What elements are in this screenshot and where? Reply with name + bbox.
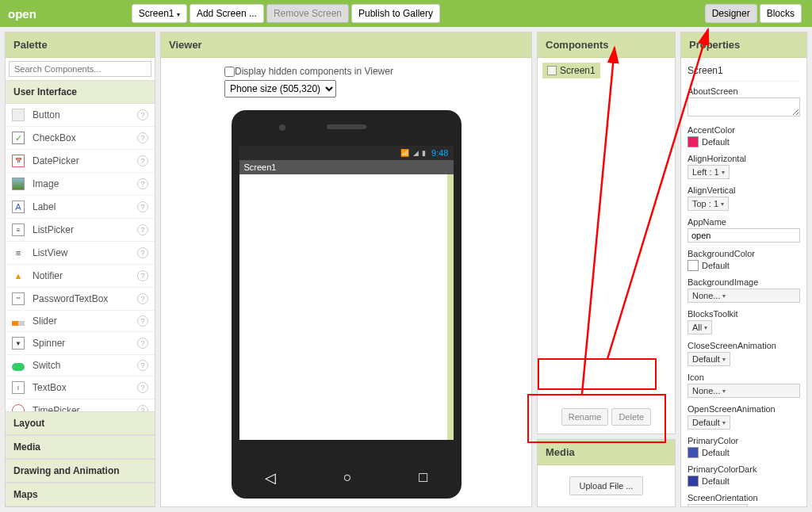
drawer-media[interactable]: Media xyxy=(6,435,155,459)
screenorientation-label: ScreenOrientation xyxy=(688,493,800,502)
designer-tab-button[interactable]: Designer xyxy=(705,4,757,23)
appname-label: AppName xyxy=(688,217,800,227)
palette-item-textbox[interactable]: ITextBox? xyxy=(6,376,155,399)
viewer-header: Viewer xyxy=(161,32,531,58)
properties-header: Properties xyxy=(681,32,806,58)
alignvertical-select[interactable]: Top : 1 xyxy=(688,197,729,211)
help-icon[interactable]: ? xyxy=(137,382,148,393)
help-icon[interactable]: ? xyxy=(137,109,148,120)
drawer-maps[interactable]: Maps xyxy=(6,483,155,506)
help-icon[interactable]: ? xyxy=(137,293,148,304)
add-screen-button[interactable]: Add Screen ... xyxy=(190,4,264,23)
palette-item-image[interactable]: Image? xyxy=(6,173,155,196)
component-screen1[interactable]: Screen1 xyxy=(542,63,600,78)
appname-input[interactable] xyxy=(688,228,800,243)
help-icon[interactable]: ? xyxy=(137,270,148,281)
palette-item-listview[interactable]: ≡ListView? xyxy=(6,242,155,265)
drawer-layout[interactable]: Layout xyxy=(6,411,155,435)
blockstoolkit-label: BlocksToolkit xyxy=(688,309,800,319)
palette-item-timepicker[interactable]: TimePicker? xyxy=(6,399,155,411)
backgroundcolor-label: BackgroundColor xyxy=(688,249,800,258)
alert-icon: ▲ xyxy=(12,269,25,282)
slider-icon xyxy=(12,321,25,326)
drawer-drawing[interactable]: Drawing and Animation xyxy=(6,459,155,483)
project-title: open xyxy=(8,7,36,21)
primarycolordark-picker[interactable]: Default xyxy=(688,476,800,487)
help-icon[interactable]: ? xyxy=(137,360,148,371)
help-icon[interactable]: ? xyxy=(137,405,148,411)
upload-file-button[interactable]: Upload File ... xyxy=(569,476,644,495)
components-header: Components xyxy=(538,32,675,58)
alignvertical-label: AlignVertical xyxy=(688,185,800,195)
alignhorizontal-select[interactable]: Left : 1 xyxy=(688,165,730,179)
drawer-user-interface[interactable]: User Interface xyxy=(6,80,155,104)
nav-home-icon: ○ xyxy=(343,469,352,487)
palette-item-label[interactable]: ALabel? xyxy=(6,196,155,219)
viewer-panel: Viewer Display hidden components in View… xyxy=(160,32,532,507)
aboutscreen-input[interactable] xyxy=(688,97,800,117)
publish-button[interactable]: Publish to Gallery xyxy=(351,4,440,23)
icon-select[interactable]: None... xyxy=(688,384,800,398)
palette-items: Button? ✓CheckBox? 📅DatePicker? Image? A… xyxy=(6,104,155,411)
phone-preview: 📶 ◢ ▮ 9:48 Screen1 ◁ ○ □ xyxy=(232,110,462,499)
blocks-tab-button[interactable]: Blocks xyxy=(760,4,802,23)
closescreenanimation-select[interactable]: Default xyxy=(688,352,730,366)
status-icons: 📶 ◢ ▮ xyxy=(400,149,427,157)
selected-component-name: Screen1 xyxy=(688,63,800,82)
help-icon[interactable]: ? xyxy=(137,315,148,327)
palette-item-spinner[interactable]: ▼Spinner? xyxy=(6,332,155,355)
phone-size-select[interactable]: Phone size (505,320) xyxy=(224,80,336,97)
help-icon[interactable]: ? xyxy=(137,201,148,212)
listview-icon: ≡ xyxy=(12,246,25,259)
help-icon[interactable]: ? xyxy=(137,338,148,349)
closescreenanimation-label: CloseScreenAnimation xyxy=(688,341,800,350)
accentcolor-picker[interactable]: Default xyxy=(688,136,800,147)
palette-item-listpicker[interactable]: ≡ListPicker? xyxy=(6,219,155,242)
palette-item-passwordtextbox[interactable]: **PasswordTextBox? xyxy=(6,288,155,311)
media-header: Media xyxy=(538,440,675,465)
screen-canvas[interactable] xyxy=(239,174,454,440)
properties-panel: Properties Screen1 AboutScreen AccentCol… xyxy=(680,32,807,507)
openscreenanimation-select[interactable]: Default xyxy=(688,415,730,430)
screen-select-button[interactable]: Screen1 ▾ xyxy=(132,4,187,23)
image-icon xyxy=(12,178,25,190)
palette-item-checkbox[interactable]: ✓CheckBox? xyxy=(6,127,155,150)
palette-item-button[interactable]: Button? xyxy=(6,104,155,127)
remove-screen-button[interactable]: Remove Screen xyxy=(266,4,349,23)
help-icon[interactable]: ? xyxy=(137,155,148,166)
textbox-icon: I xyxy=(12,381,25,394)
palette-item-datepicker[interactable]: 📅DatePicker? xyxy=(6,150,155,173)
screenorientation-select[interactable]: Unspecified xyxy=(688,504,748,507)
help-icon[interactable]: ? xyxy=(137,132,148,143)
help-icon[interactable]: ? xyxy=(137,224,148,235)
delete-component-button[interactable]: Delete xyxy=(611,408,651,426)
status-clock: 9:48 xyxy=(431,148,448,158)
primarycolordark-label: PrimaryColorDark xyxy=(688,464,800,474)
palette-item-notifier[interactable]: ▲Notifier? xyxy=(6,265,155,288)
palette-item-slider[interactable]: Slider? xyxy=(6,311,155,332)
aboutscreen-label: AboutScreen xyxy=(688,86,800,96)
button-icon xyxy=(12,109,25,121)
switch-icon xyxy=(12,363,25,371)
icon-label: Icon xyxy=(688,373,800,382)
backgroundcolor-picker[interactable]: Default xyxy=(688,260,800,271)
backgroundimage-label: BackgroundImage xyxy=(688,277,800,287)
palette-item-switch[interactable]: Switch? xyxy=(6,355,155,376)
checkbox-icon: ✓ xyxy=(12,132,25,144)
password-icon: ** xyxy=(12,292,25,305)
primarycolor-picker[interactable]: Default xyxy=(688,447,800,458)
rename-button[interactable]: Rename xyxy=(561,408,609,426)
palette-panel: Palette User Interface Button? ✓CheckBox… xyxy=(5,32,155,507)
palette-header: Palette xyxy=(6,32,155,58)
blockstoolkit-select[interactable]: All xyxy=(688,320,712,334)
help-icon[interactable]: ? xyxy=(137,178,148,189)
search-input[interactable] xyxy=(9,61,151,77)
clock-icon xyxy=(12,404,25,411)
backgroundimage-select[interactable]: None... xyxy=(688,288,800,303)
list-icon: ≡ xyxy=(12,224,25,236)
help-icon[interactable]: ? xyxy=(137,247,148,258)
label-icon: A xyxy=(12,201,25,213)
top-bar: open Screen1 ▾ Add Screen ... Remove Scr… xyxy=(0,0,812,27)
hidden-components-checkbox[interactable]: Display hidden components in Viewer xyxy=(224,66,515,77)
screen-icon xyxy=(547,66,557,75)
